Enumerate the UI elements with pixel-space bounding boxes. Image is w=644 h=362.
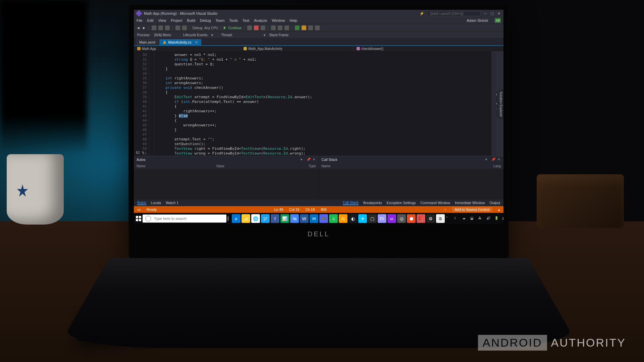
undo-icon[interactable] [175,25,180,30]
tool-tab-solution-explorer[interactable]: Solution Explorer [498,89,503,119]
btab-locals[interactable]: Locals [151,201,161,205]
dropbox-icon[interactable]: ⬓ [470,216,475,221]
taskbar-app-13[interactable]: ✈ [358,214,367,223]
menubar[interactable]: FileEditViewProjectBuildDebugTeamToolsTe… [134,17,503,24]
taskbar-app-1[interactable]: 📁 [241,214,250,223]
menu-window[interactable]: Window [272,18,285,22]
tab-mainactivity-cs[interactable]: 🔒MainActivity.cs✕ [159,39,201,45]
maximize-button[interactable]: ▢ [490,11,494,15]
stop-icon[interactable] [254,25,259,30]
windows-taskbar[interactable]: Type here to search e📁🌐🕊f📊🛍W✉🎮♫Ai◐✈▢Pr∞◎… [134,213,503,224]
bluetooth-icon[interactable]: ᛒ [454,216,459,221]
publish-up-icon[interactable]: ↑ [444,207,446,212]
taskbar-search[interactable]: Type here to search [143,215,226,223]
tab-main-axml[interactable]: Main.axml [136,39,159,45]
onedrive-icon[interactable]: ☁ [462,216,467,221]
pause-icon[interactable] [247,25,252,30]
android-device-icon[interactable] [295,25,300,30]
col-value[interactable]: Value [216,164,296,168]
panel-close-icon[interactable]: ✕ [313,158,316,161]
restart-icon[interactable] [261,25,265,30]
col-name[interactable]: Name [137,164,216,168]
col-lang[interactable]: Lang [481,164,501,168]
editor-scrollbar[interactable] [491,51,496,156]
col-type[interactable]: Type [296,164,316,168]
autos-body[interactable] [134,169,319,199]
line-number-gutter[interactable]: 3031323334353637383940414243444546474849… [134,51,149,156]
taskbar-app-14[interactable]: ▢ [368,214,377,223]
taskbar-app-6[interactable]: 🛍 [290,214,299,223]
config-dropdown[interactable]: Debug [193,26,202,30]
nav-fwd-icon[interactable]: ► [142,26,146,30]
zoom-level[interactable]: 82 % [136,150,144,155]
battery-icon[interactable]: 🔋 [494,216,499,221]
btab-watch-1[interactable]: Watch 1 [166,201,178,205]
taskbar-app-0[interactable]: e [232,214,240,223]
platform-dropdown[interactable]: Any CPU [204,26,218,30]
process-value[interactable]: [N/A] Mono [154,33,171,37]
main-toolbar[interactable]: ◄ ► Debug Any CPU Continue [134,24,503,32]
document-tab-well[interactable]: Main.axml🔒MainActivity.cs✕ [134,38,503,45]
taskbar-app-5[interactable]: 📊 [280,214,289,223]
titlebar[interactable]: Math App (Running) - Microsoft Visual St… [134,10,503,17]
crumb-member[interactable]: checkAnswer() [361,47,383,51]
taskbar-app-16[interactable]: ∞ [387,214,396,223]
crumb-class[interactable]: Math_App.MainActivity [248,47,282,51]
minimize-button[interactable]: ─ [483,11,487,15]
panel-dropdown-icon[interactable]: ▾ [485,158,489,161]
task-view-icon[interactable] [228,216,228,221]
taskbar-app-4[interactable]: f [271,214,279,223]
taskbar-app-2[interactable]: 🌐 [251,214,260,223]
callstack-panel[interactable]: Call Stack ▾ 📌 ✕ Name Lang [319,156,504,199]
close-tab-icon[interactable]: ✕ [195,40,198,44]
taskbar-app-19[interactable]: 📕 [417,214,425,223]
menu-team[interactable]: Team [216,18,225,22]
btab-immediate-window[interactable]: Immediate Window [455,201,485,205]
step-into-icon[interactable] [271,25,276,30]
new-project-icon[interactable] [152,25,156,30]
taskbar-app-18[interactable]: ⬢ [407,214,416,223]
network-icon[interactable]: 🖧 [478,216,483,221]
xamarin-icon[interactable] [302,25,306,30]
btab-output[interactable]: Output [489,201,500,205]
user-avatar-badge[interactable]: AS [495,18,501,23]
breakpoint-margin[interactable] [149,51,154,156]
autos-panel[interactable]: Autos ▾ 📌 ✕ Name Value Type [134,156,319,199]
bottom-tab-strip[interactable]: AutosLocalsWatch 1Call StackBreakpointsE… [134,199,503,206]
system-tray[interactable]: ˄ ᛒ ☁ ⬓ 🖧 🔊 🔋 ENG 2:13 PM 3/6/2018 ▭ [446,215,503,222]
menu-help[interactable]: Help [290,18,298,22]
nav-back-icon[interactable]: ◄ [137,26,140,30]
close-button[interactable]: ✕ [497,11,501,15]
taskbar-app-10[interactable]: ♫ [329,214,338,223]
open-icon[interactable] [158,25,163,30]
taskbar-app-9[interactable]: 🎮 [319,214,328,223]
volume-icon[interactable]: 🔊 [486,216,491,221]
menu-tools[interactable]: Tools [229,18,238,22]
add-source-control-button[interactable]: Add to Source Control [452,207,492,212]
input-lang[interactable]: ENG [502,217,503,221]
step-over-icon[interactable] [278,25,282,30]
panel-pin-icon[interactable]: 📌 [491,158,495,161]
right-tool-tabs[interactable]: Solution ExplorerTeam Explorer [496,51,503,156]
taskbar-apps[interactable]: e📁🌐🕊f📊🛍W✉🎮♫Ai◐✈▢Pr∞◎⬢📕⚙🗎 [232,214,445,223]
menu-file[interactable]: File [137,18,143,22]
btab-breakpoints[interactable]: Breakpoints [363,201,382,205]
taskbar-app-15[interactable]: Pr [378,214,386,223]
step-out-icon[interactable] [284,25,289,30]
menu-project[interactable]: Project [171,18,182,22]
btab-exception-settings[interactable]: Exception Settings [387,201,416,205]
toolbox-icon[interactable] [308,25,313,30]
continue-play-icon[interactable] [224,26,226,29]
menu-debug[interactable]: Debug [200,18,211,22]
navigation-bar[interactable]: Math App Math_App.MainActivity checkAnsw… [134,45,503,51]
panel-dropdown-icon[interactable]: ▾ [301,158,304,161]
taskbar-app-12[interactable]: ◐ [348,214,357,223]
taskbar-app-7[interactable]: W [300,214,309,223]
menu-edit[interactable]: Edit [147,18,154,22]
btab-command-window[interactable]: Command Window [420,201,450,205]
btab-call-stack[interactable]: Call Stack [343,200,359,205]
callstack-body[interactable] [319,169,504,199]
crumb-project[interactable]: Math App [142,47,156,51]
taskbar-app-3[interactable]: 🕊 [261,214,270,223]
signed-in-user[interactable]: Adam Sinicki [467,18,488,22]
